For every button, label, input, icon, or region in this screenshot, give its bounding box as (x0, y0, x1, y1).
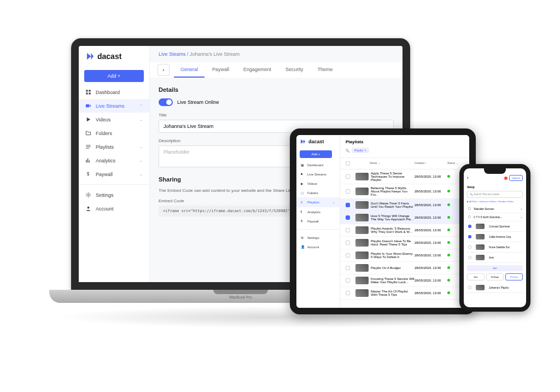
folder-icon (85, 130, 91, 136)
row-date: 28/05/2020, 13:00 (415, 291, 447, 295)
sidebar-item-dashboard[interactable]: ▦Dashboard (296, 160, 340, 169)
table-row[interactable]: Knowing These 5 Secrets Will Make Your P… (340, 274, 469, 287)
table-row[interactable]: Apply These 5 Secret Techniques To Impro… (340, 169, 469, 184)
sidebar-item-folders[interactable]: Folders (79, 126, 149, 140)
thumbnail (476, 224, 485, 229)
row-name: Knowing These 5 Secrets Will Make Your P… (371, 277, 415, 284)
checkbox[interactable] (468, 286, 471, 289)
row-checkbox[interactable] (346, 241, 350, 245)
sidebar-item-folders[interactable]: ▢Folders (296, 188, 340, 197)
sort-button[interactable]: Sort (467, 273, 485, 280)
tab-security[interactable]: Security (279, 62, 310, 78)
table-header: Name ⌄ Created ↓ Status ⌄ (340, 158, 469, 169)
camera-icon (85, 103, 91, 109)
tabs: ‹ General Paywall Engagement Security Th… (150, 62, 402, 78)
sidebar-item-live-streams[interactable]: Live Streams⌃ (79, 99, 149, 113)
sidebar-item-live-streams[interactable]: ■Live Streams (296, 169, 340, 179)
column-created[interactable]: Created ↓ (415, 161, 447, 166)
list-item[interactable]: Comcast Sportsnet (467, 221, 523, 232)
sidebar-item-account[interactable]: Account (79, 202, 149, 215)
preview-button[interactable]: Preview (505, 273, 523, 280)
tab-engagement[interactable]: Engagement (237, 62, 278, 78)
back-button[interactable]: ‹ (158, 64, 170, 76)
table-row[interactable]: Playlist On A Budget 28/05/2020, 13:00 (340, 262, 469, 274)
table-row[interactable]: Master The Art Of Playlist With These 5 … (340, 287, 469, 300)
row-name: Playlist Awards: 5 Reasons Why They Don'… (371, 227, 415, 233)
menu-icon[interactable]: ≡ (467, 177, 469, 179)
thumbnail (476, 234, 485, 239)
tab-general[interactable]: General (174, 62, 205, 78)
add-button[interactable]: Add (467, 265, 523, 271)
table-row[interactable]: Don't Waste Time! 5 Facts Until You Reac… (340, 199, 469, 212)
tab-paywall[interactable]: Paywall (206, 62, 236, 78)
checkbox[interactable] (468, 256, 471, 259)
upgrade-button[interactable]: Upgrade (509, 175, 523, 181)
folder-item[interactable]: ▢C T V S North Suburban...› (467, 213, 523, 221)
brand-logo: dacast (79, 51, 149, 67)
chevron-down-icon: ⌄ (139, 145, 143, 149)
row-checkbox[interactable] (346, 228, 350, 232)
table-row[interactable]: Playlist Doesn't Have To Be Hard. Read T… (340, 237, 469, 249)
row-checkbox[interactable] (346, 174, 350, 179)
filter-chip[interactable]: Playlist × (352, 148, 369, 153)
row-checkbox[interactable] (346, 266, 350, 270)
svg-point-6 (88, 194, 89, 196)
status-dot-icon (447, 175, 450, 178)
thumbnail (355, 226, 369, 234)
list-item[interactable]: Cable America Corp (467, 232, 523, 242)
item-label: Home Satellite Svc (489, 246, 510, 249)
breadcrumb[interactable]: ▶ All Files > Johanna's Folder > Random … (467, 200, 523, 203)
row-date: 28/05/2020, 13:00 (415, 203, 447, 207)
thumbnail (355, 251, 369, 259)
thumbnail (355, 188, 369, 195)
folder-item[interactable]: ▢Telecaller Services› (467, 205, 523, 213)
tablet-device: dacast Add + ▦Dashboard ■Live Streams ▶V… (290, 128, 476, 314)
status-dot-icon (447, 279, 450, 282)
row-date: 28/05/2020, 13:00 (415, 229, 447, 232)
sidebar-item-account[interactable]: 👤Account (296, 242, 340, 251)
row-checkbox[interactable] (346, 253, 350, 258)
row-checkbox[interactable] (346, 215, 350, 220)
sidebar-item-dashboard[interactable]: Dashboard (79, 85, 149, 99)
tab-theme[interactable]: Theme (311, 62, 340, 78)
row-checkbox[interactable] (346, 278, 350, 283)
select-all-checkbox[interactable] (346, 161, 350, 166)
sidebar-item-paywall[interactable]: $Paywall (296, 217, 340, 226)
table-row[interactable]: Believing These 5 Myths About Playlist K… (340, 184, 469, 199)
add-button[interactable]: Add + (300, 150, 332, 158)
chevron-up-icon: ⌃ (139, 104, 143, 108)
sidebar-item-settings[interactable]: Settings (79, 188, 149, 202)
row-checkbox[interactable] (346, 189, 350, 194)
search-input[interactable]: 🔍 Search Title and Labels (467, 191, 523, 198)
online-toggle[interactable] (159, 98, 173, 106)
sidebar-item-playlists[interactable]: ≡Playlists⌄ (296, 197, 340, 207)
checkbox[interactable] (468, 245, 471, 249)
sidebar-item-paywall[interactable]: $Paywall⌄ (79, 167, 149, 181)
sidebar-item-settings[interactable]: ⚙Settings (296, 233, 340, 242)
list-item[interactable]: Arris (467, 253, 523, 263)
analytics-icon (85, 157, 91, 163)
status-dot-icon (447, 241, 450, 244)
add-button[interactable]: Add + (84, 70, 144, 82)
list-item[interactable]: Home Satellite Svc (467, 242, 523, 253)
table-row[interactable]: Playlist Awards: 5 Reasons Why They Don'… (340, 224, 469, 237)
list-item[interactable]: Johanna's Playlist (467, 283, 523, 293)
close-icon[interactable]: × (365, 149, 366, 152)
breadcrumb: Live Steams / Johanna's Live Stream (150, 46, 402, 62)
checkbox[interactable] (468, 225, 471, 228)
sidebar-item-analytics[interactable]: Analytics⌄ (79, 154, 149, 167)
dollar-icon: $ (85, 171, 91, 177)
table-row[interactable]: Playlist Is Your Worst Enemy. 5 Ways To … (340, 249, 469, 262)
row-checkbox[interactable] (346, 291, 350, 295)
sidebar-item-videos[interactable]: ▶Videos (296, 179, 340, 188)
toggle-label: Live Stream Online (177, 100, 219, 105)
column-name[interactable]: Name ⌄ (370, 161, 415, 166)
settings-button[interactable]: Settings (486, 273, 504, 280)
table-row[interactable]: How 5 Things Will Change The Way You App… (340, 212, 469, 224)
sidebar-item-videos[interactable]: Videos⌄ (79, 113, 149, 126)
sidebar-item-playlists[interactable]: Playlists⌄ (79, 140, 149, 154)
sidebar-item-analytics[interactable]: ⫾Analytics (296, 207, 340, 217)
breadcrumb-parent-link[interactable]: Live Steams (159, 51, 186, 57)
checkbox[interactable] (468, 235, 471, 238)
row-checkbox[interactable] (346, 203, 350, 207)
